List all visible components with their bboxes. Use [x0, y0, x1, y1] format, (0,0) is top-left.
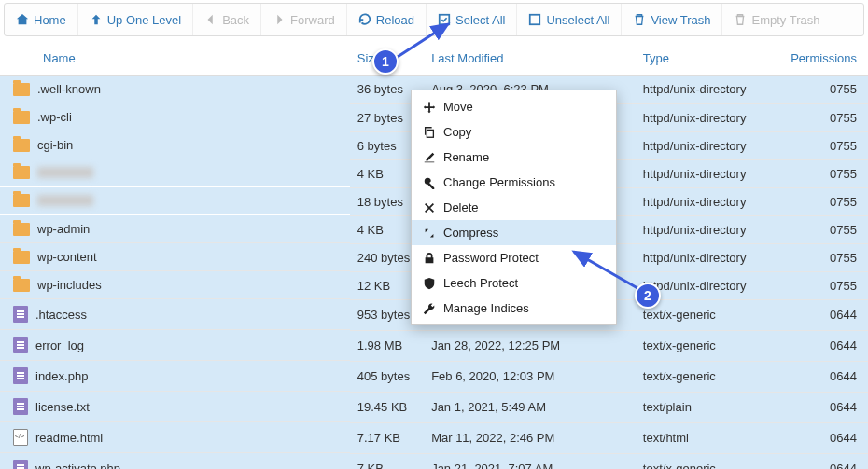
folder-icon [13, 111, 30, 124]
file-name: .well-known [37, 82, 101, 96]
forward-button: Forward [261, 4, 347, 35]
home-label: Home [34, 13, 66, 27]
table-row[interactable]: index.php 405 bytes Feb 6, 2020, 12:03 P… [0, 361, 868, 392]
reload-icon [358, 13, 371, 26]
file-modified: Feb 6, 2020, 12:03 PM [424, 361, 636, 392]
file-permissions: 0755 [783, 76, 868, 104]
file-permissions: 0644 [783, 361, 868, 392]
file-size: 7 KB [350, 453, 424, 469]
file-name: index.php [35, 369, 88, 383]
file-modified: Jan 28, 2022, 12:25 PM [424, 330, 636, 361]
file-name: wp-content [37, 250, 97, 264]
file-permissions: 0644 [783, 453, 868, 469]
home-button[interactable]: Home [5, 4, 78, 35]
empty-trash-label: Empty Trash [751, 13, 819, 27]
file-type: text/x-generic [636, 330, 783, 361]
menu-item-delete[interactable]: Delete [412, 195, 616, 220]
annotation-badge-2: 2 [635, 283, 661, 309]
up-one-level-button[interactable]: Up One Level [78, 4, 194, 35]
menu-item-move[interactable]: Move [412, 94, 616, 119]
folder-icon [13, 223, 30, 236]
menu-item-label: Manage Indices [443, 301, 529, 315]
menu-item-label: Password Protect [443, 251, 539, 265]
file-permissions: 0644 [783, 422, 868, 453]
menu-item-label: Copy [443, 125, 471, 139]
table-row[interactable]: error_log 1.98 MB Jan 28, 2022, 12:25 PM… [0, 330, 868, 361]
shield-icon [423, 277, 436, 290]
file-name: error_log [35, 338, 84, 352]
annotation-badge-1: 1 [372, 48, 399, 75]
file-name: wp-admin [37, 222, 90, 236]
table-row[interactable]: readme.html 7.17 KB Mar 11, 2022, 2:46 P… [0, 422, 868, 453]
file-name: .wp-cli [37, 110, 72, 124]
file-permissions: 0755 [783, 215, 868, 243]
perms-icon [423, 176, 436, 189]
unselect-all-label: Unselect All [546, 13, 609, 27]
folder-icon [13, 279, 30, 292]
file-size: 7.17 KB [350, 422, 424, 453]
file-icon [13, 367, 28, 384]
copy-icon [423, 126, 436, 139]
file-modified: Mar 11, 2022, 2:46 PM [424, 422, 636, 453]
menu-item-label: Leech Protect [443, 276, 518, 290]
file-icon [13, 337, 28, 353]
up-label: Up One Level [107, 13, 182, 27]
forward-label: Forward [290, 13, 335, 27]
menu-item-label: Change Permissions [443, 175, 555, 189]
folder-icon [13, 251, 30, 264]
menu-item-rename[interactable]: Rename [412, 145, 616, 170]
file-modified: Jan 21, 2021, 7:07 AM [424, 453, 636, 469]
file-name: wp-includes [37, 278, 102, 292]
file-name: .htaccess [35, 308, 87, 322]
menu-item-copy[interactable]: Copy [412, 119, 616, 145]
file-permissions: 0644 [783, 299, 868, 330]
menu-item-label: Move [443, 100, 473, 114]
menu-item-label: Compress [443, 226, 498, 240]
file-permissions: 0755 [783, 271, 868, 299]
file-type: httpd/unix-directory [636, 76, 783, 104]
wrench-icon [423, 302, 436, 315]
file-type: text/plain [636, 392, 783, 422]
file-name: cgi-bin [37, 138, 73, 152]
compress-icon [423, 227, 436, 240]
file-name: readme.html [35, 431, 103, 445]
menu-item-change-permissions[interactable]: Change Permissions [412, 170, 616, 195]
file-permissions: 0755 [783, 131, 868, 159]
view-trash-label: View Trash [651, 13, 710, 27]
table-row[interactable]: license.txt 19.45 KB Jan 1, 2021, 5:49 A… [0, 392, 868, 422]
menu-item-label: Delete [443, 200, 479, 214]
unselect-all-button[interactable]: Unselect All [517, 4, 622, 35]
forward-arrow-icon [273, 13, 286, 26]
svg-rect-2 [427, 130, 433, 137]
svg-line-4 [574, 252, 644, 292]
file-permissions: 0644 [783, 330, 868, 361]
file-size: 1.98 MB [350, 330, 424, 361]
rename-icon [423, 151, 436, 164]
file-permissions: 0755 [783, 103, 868, 131]
folder-icon [13, 83, 30, 96]
file-permissions: 0755 [783, 187, 868, 215]
file-icon [13, 460, 28, 469]
file-icon [13, 398, 28, 415]
file-modified: Jan 1, 2021, 5:49 AM [424, 392, 636, 422]
column-type[interactable]: Type [636, 42, 783, 76]
file-type: httpd/unix-directory [636, 159, 783, 187]
html-icon [13, 429, 28, 446]
column-permissions[interactable]: Permissions [783, 42, 868, 76]
file-name: wp-activate.php [35, 462, 120, 470]
delete-icon [423, 201, 436, 214]
table-row[interactable]: wp-activate.php 7 KB Jan 21, 2021, 7:07 … [0, 453, 868, 469]
empty-square-icon [528, 13, 541, 26]
file-type: httpd/unix-directory [636, 131, 783, 159]
home-icon [16, 13, 29, 26]
file-type: httpd/unix-directory [636, 103, 783, 131]
folder-icon [13, 139, 30, 152]
column-name[interactable]: Name [0, 42, 350, 76]
file-type: text/html [636, 422, 783, 453]
trash-icon [633, 13, 646, 26]
back-label: Back [222, 13, 249, 27]
file-type: text/x-generic [636, 361, 783, 392]
view-trash-button[interactable]: View Trash [622, 4, 722, 35]
file-name: license.txt [35, 400, 90, 414]
file-type: httpd/unix-directory [636, 215, 783, 243]
